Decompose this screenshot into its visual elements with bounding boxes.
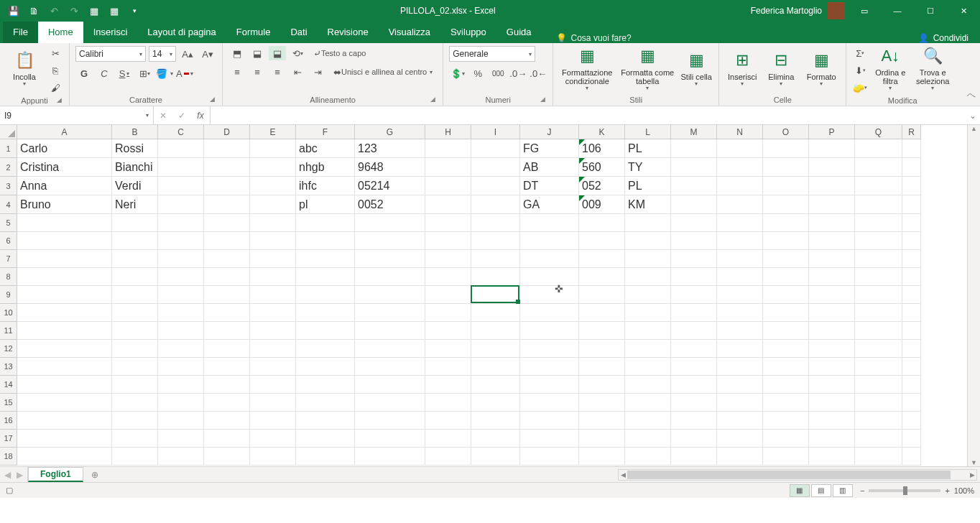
tab-help[interactable]: Guida bbox=[496, 22, 542, 43]
tell-me[interactable]: 💡 Cosa vuoi fare? bbox=[547, 33, 640, 43]
cell-A2[interactable]: Cristina bbox=[17, 158, 112, 177]
row-header-8[interactable]: 8 bbox=[0, 268, 17, 286]
cell-L8[interactable] bbox=[625, 268, 671, 286]
tab-dev[interactable]: Sviluppo bbox=[440, 22, 496, 43]
cell-Q11[interactable] bbox=[855, 322, 902, 340]
cell-J5[interactable] bbox=[520, 214, 579, 232]
cell-M3[interactable] bbox=[671, 177, 717, 195]
font-color-button[interactable]: A▾ bbox=[176, 66, 193, 80]
orientation-icon[interactable]: ⟲▾ bbox=[289, 46, 306, 60]
cell-P10[interactable] bbox=[809, 304, 855, 322]
sort-filter-button[interactable]: A↓Ordina e filtra▾ bbox=[872, 46, 908, 93]
col-header-P[interactable]: P bbox=[809, 125, 855, 139]
cell-B16[interactable] bbox=[112, 412, 158, 430]
cell-B15[interactable] bbox=[112, 394, 158, 412]
cell-N6[interactable] bbox=[717, 232, 763, 250]
cell-R7[interactable] bbox=[902, 250, 921, 268]
cell-G1[interactable]: 123 bbox=[355, 139, 425, 158]
row-header-7[interactable]: 7 bbox=[0, 250, 17, 268]
fill-color-button[interactable]: 🪣▾ bbox=[156, 66, 173, 80]
cell-G8[interactable] bbox=[355, 268, 425, 286]
sheet-tab-active[interactable]: Foglio1 bbox=[28, 467, 83, 482]
cell-L10[interactable] bbox=[625, 304, 671, 322]
qat-customize-icon[interactable]: ▾ bbox=[125, 3, 144, 19]
cell-E4[interactable] bbox=[250, 195, 296, 214]
formula-input[interactable] bbox=[211, 106, 966, 124]
cell-Q5[interactable] bbox=[855, 214, 902, 232]
cell-M8[interactable] bbox=[671, 268, 717, 286]
cell-Q1[interactable] bbox=[855, 139, 902, 158]
cell-Q12[interactable] bbox=[855, 340, 902, 358]
cell-A12[interactable] bbox=[17, 340, 112, 358]
cell-A17[interactable] bbox=[17, 430, 112, 448]
cell-F6[interactable] bbox=[296, 232, 355, 250]
enter-formula-icon[interactable]: ✓ bbox=[172, 111, 191, 121]
cell-P9[interactable] bbox=[809, 286, 855, 304]
cell-E17[interactable] bbox=[250, 430, 296, 448]
zoom-value[interactable]: 100% bbox=[954, 486, 974, 495]
cell-A6[interactable] bbox=[17, 232, 112, 250]
cell-M18[interactable] bbox=[671, 448, 717, 466]
col-header-G[interactable]: G bbox=[355, 125, 425, 139]
cell-B1[interactable]: Rossi bbox=[112, 139, 158, 158]
format-painter-icon[interactable]: 🖌 bbox=[47, 80, 63, 95]
cell-A5[interactable] bbox=[17, 214, 112, 232]
borders-icon[interactable]: ⊞▾ bbox=[136, 66, 153, 80]
cell-O11[interactable] bbox=[763, 322, 809, 340]
cell-D13[interactable] bbox=[204, 358, 250, 376]
share-button[interactable]: 👤 Condividi bbox=[907, 33, 980, 43]
cell-G17[interactable] bbox=[355, 430, 425, 448]
cell-N1[interactable] bbox=[717, 139, 763, 158]
cell-K6[interactable] bbox=[579, 232, 625, 250]
cell-H5[interactable] bbox=[425, 214, 471, 232]
cell-D18[interactable] bbox=[204, 448, 250, 466]
cell-G9[interactable] bbox=[355, 286, 425, 304]
cell-D5[interactable] bbox=[204, 214, 250, 232]
cell-B2[interactable]: Bianchi bbox=[112, 158, 158, 177]
cell-R16[interactable] bbox=[902, 412, 921, 430]
cell-I17[interactable] bbox=[471, 430, 520, 448]
cell-L2[interactable]: TY bbox=[625, 158, 671, 177]
align-top-icon[interactable]: ⬒ bbox=[228, 46, 246, 60]
cell-Q14[interactable] bbox=[855, 376, 902, 394]
normal-view-icon[interactable]: ▦ bbox=[790, 484, 810, 497]
cell-H13[interactable] bbox=[425, 358, 471, 376]
cell-M10[interactable] bbox=[671, 304, 717, 322]
cell-J12[interactable] bbox=[520, 340, 579, 358]
cell-I6[interactable] bbox=[471, 232, 520, 250]
cell-Q2[interactable] bbox=[855, 158, 902, 177]
cell-K2[interactable]: 560 bbox=[579, 158, 625, 177]
col-header-H[interactable]: H bbox=[425, 125, 471, 139]
cell-D6[interactable] bbox=[204, 232, 250, 250]
cell-L6[interactable] bbox=[625, 232, 671, 250]
col-header-M[interactable]: M bbox=[671, 125, 717, 139]
align-right-icon[interactable]: ≡ bbox=[269, 65, 286, 79]
cell-J14[interactable] bbox=[520, 376, 579, 394]
cell-L15[interactable] bbox=[625, 394, 671, 412]
cell-F1[interactable]: abc bbox=[296, 139, 355, 158]
col-header-K[interactable]: K bbox=[579, 125, 625, 139]
cell-A7[interactable] bbox=[17, 250, 112, 268]
cell-H4[interactable] bbox=[425, 195, 471, 214]
cell-B3[interactable]: Verdi bbox=[112, 177, 158, 195]
cell-K14[interactable] bbox=[579, 376, 625, 394]
cell-O5[interactable] bbox=[763, 214, 809, 232]
cell-I7[interactable] bbox=[471, 250, 520, 268]
hscroll-thumb[interactable] bbox=[627, 471, 951, 479]
row-header-3[interactable]: 3 bbox=[0, 177, 17, 195]
horizontal-scrollbar[interactable]: ◀ ▶ bbox=[618, 469, 977, 481]
cell-O18[interactable] bbox=[763, 448, 809, 466]
increase-font-icon[interactable]: A▴ bbox=[179, 47, 196, 61]
cell-N10[interactable] bbox=[717, 304, 763, 322]
cell-D9[interactable] bbox=[204, 286, 250, 304]
cell-N7[interactable] bbox=[717, 250, 763, 268]
cell-N9[interactable] bbox=[717, 286, 763, 304]
fill-icon[interactable]: ⬇▾ bbox=[852, 63, 868, 78]
cell-Q7[interactable] bbox=[855, 250, 902, 268]
zoom-control[interactable]: − + 100% bbox=[860, 486, 974, 495]
cell-C16[interactable] bbox=[158, 412, 204, 430]
cell-J8[interactable] bbox=[520, 268, 579, 286]
cell-C15[interactable] bbox=[158, 394, 204, 412]
cell-O4[interactable] bbox=[763, 195, 809, 214]
cell-J16[interactable] bbox=[520, 412, 579, 430]
